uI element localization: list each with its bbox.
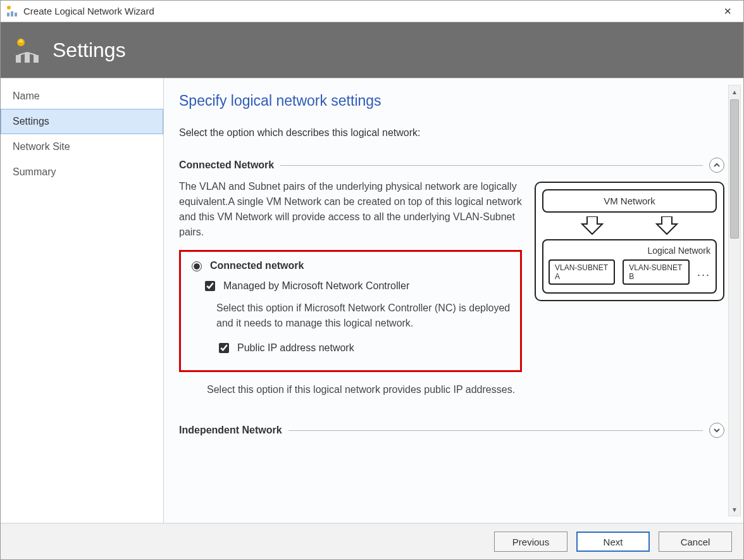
scrollbar[interactable]: ▲ ▼ xyxy=(728,85,741,516)
diagram-ellipsis: ... xyxy=(697,266,710,279)
chevron-up-icon xyxy=(713,161,721,169)
connected-network-radio-label: Connected network xyxy=(210,260,304,271)
diagram-arrows xyxy=(555,216,704,235)
connected-network-header: Connected Network xyxy=(179,158,724,173)
divider xyxy=(288,430,703,431)
previous-button[interactable]: Previous xyxy=(494,532,567,552)
diagram-logical-label: Logical Network xyxy=(549,246,710,256)
svg-rect-3 xyxy=(15,13,17,16)
managed-checkbox-row[interactable]: Managed by Microsoft Network Controller xyxy=(202,279,512,293)
next-button[interactable]: Next xyxy=(576,532,650,552)
svg-rect-1 xyxy=(7,13,9,16)
connected-intro: The VLAN and Subnet pairs of the underly… xyxy=(179,179,522,240)
independent-network-title: Independent Network xyxy=(179,425,282,436)
collapse-connected-button[interactable] xyxy=(709,158,724,173)
highlighted-options: Connected network Managed by Microsoft N… xyxy=(179,250,522,372)
public-ip-desc: Select this option if this logical netwo… xyxy=(207,382,522,397)
page-heading: Settings xyxy=(53,39,126,62)
lead-text: Select the option which describes this l… xyxy=(179,127,724,139)
managed-checkbox[interactable] xyxy=(205,281,215,291)
cancel-button[interactable]: Cancel xyxy=(659,532,732,552)
public-ip-checkbox[interactable] xyxy=(219,343,229,353)
arrow-down-icon xyxy=(580,216,605,235)
chevron-down-icon xyxy=(713,426,721,434)
scrollbar-thumb[interactable] xyxy=(730,99,739,239)
content-pane: Specify logical network settings Select … xyxy=(164,78,743,523)
diagram-subnet-b: VLAN-SUBNET B xyxy=(623,259,690,285)
network-diagram: VM Network Logical Network VLAN-SUBNET A xyxy=(535,182,724,301)
sidebar: Name Settings Network Site Summary xyxy=(1,78,164,523)
connected-network-title: Connected Network xyxy=(179,159,274,171)
sidebar-item-network-site[interactable]: Network Site xyxy=(1,134,163,159)
sidebar-item-summary[interactable]: Summary xyxy=(1,159,163,185)
content-title: Specify logical network settings xyxy=(179,92,724,109)
window-title: Create Logical Network Wizard xyxy=(23,6,717,16)
managed-checkbox-label: Managed by Microsoft Network Controller xyxy=(223,280,409,292)
close-icon[interactable]: ✕ xyxy=(717,6,738,17)
footer: Previous Next Cancel xyxy=(1,523,743,559)
sidebar-item-name[interactable]: Name xyxy=(1,84,163,109)
svg-rect-5 xyxy=(16,55,21,63)
diagram-logical-network: Logical Network VLAN-SUBNET A VLAN-SUBNE… xyxy=(542,239,717,294)
svg-rect-7 xyxy=(34,55,39,63)
arrow-down-icon xyxy=(654,216,679,235)
divider xyxy=(280,165,703,166)
header-band: Settings xyxy=(1,22,743,78)
svg-point-0 xyxy=(7,6,11,9)
titlebar: Create Logical Network Wizard ✕ xyxy=(1,1,743,22)
svg-rect-6 xyxy=(25,53,30,63)
network-icon xyxy=(13,36,41,64)
public-ip-checkbox-label: Public IP address network xyxy=(237,342,354,354)
managed-desc: Select this option if Microsoft Network … xyxy=(216,301,512,331)
sidebar-item-settings[interactable]: Settings xyxy=(1,109,163,134)
diagram-vm-network: VM Network xyxy=(542,189,717,213)
app-icon xyxy=(6,5,18,18)
scroll-up-icon[interactable]: ▲ xyxy=(729,85,740,98)
diagram-subnet-a: VLAN-SUBNET A xyxy=(549,259,615,285)
scroll-down-icon[interactable]: ▼ xyxy=(729,503,740,516)
connected-network-radio[interactable] xyxy=(192,261,202,271)
connected-network-radio-row[interactable]: Connected network xyxy=(189,259,512,271)
public-ip-checkbox-row[interactable]: Public IP address network xyxy=(216,341,512,355)
independent-network-header: Independent Network xyxy=(179,423,724,438)
svg-rect-2 xyxy=(11,11,13,16)
expand-independent-button[interactable] xyxy=(709,423,724,438)
